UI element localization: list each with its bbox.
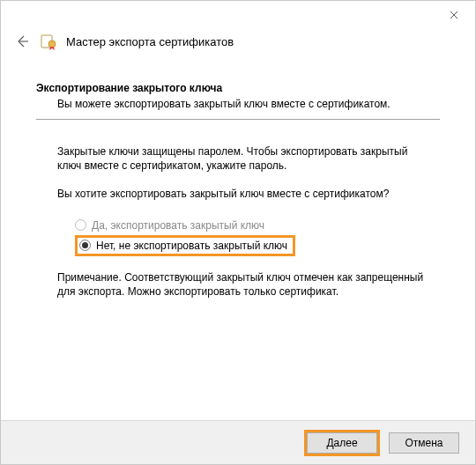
radio-option-no[interactable]: Нет, не экспортировать закрытый ключ (79, 240, 287, 252)
export-key-radio-group: Да, экспортировать закрытый ключ Нет, не… (36, 216, 440, 256)
arrow-left-icon (15, 34, 29, 48)
radio-icon (79, 240, 91, 251)
certificate-icon (40, 33, 57, 50)
highlight-selected-option: Нет, не экспортировать закрытый ключ (75, 235, 295, 256)
note-text: Примечание. Соответствующий закрытый клю… (36, 270, 440, 299)
intro-text: Закрытые ключи защищены паролем. Чтобы э… (36, 144, 440, 173)
radio-label-yes: Да, экспортировать закрытый ключ (92, 219, 264, 232)
radio-icon (75, 219, 86, 231)
question-text: Вы хотите экспортировать закрытый ключ в… (36, 187, 440, 201)
wizard-footer: Далее Отмена (1, 420, 475, 464)
separator (36, 119, 440, 120)
close-button[interactable] (436, 4, 472, 26)
back-button[interactable] (13, 33, 31, 50)
section-subheading: Вы можете экспортировать закрытый ключ в… (36, 98, 440, 110)
titlebar (1, 1, 475, 29)
radio-label-no: Нет, не экспортировать закрытый ключ (96, 240, 287, 252)
radio-option-yes: Да, экспортировать закрытый ключ (75, 216, 440, 235)
section-heading: Экспортирование закрытого ключа (36, 82, 440, 94)
wizard-header: Мастер экспорта сертификатов (1, 29, 475, 57)
close-icon (450, 11, 458, 19)
wizard-content: Экспортирование закрытого ключа Вы может… (1, 57, 475, 299)
svg-point-4 (48, 41, 56, 48)
wizard-title: Мастер экспорта сертификатов (66, 35, 234, 48)
cancel-button[interactable]: Отмена (389, 432, 459, 454)
next-button[interactable]: Далее (307, 432, 377, 454)
highlight-next-button: Далее (304, 430, 380, 456)
